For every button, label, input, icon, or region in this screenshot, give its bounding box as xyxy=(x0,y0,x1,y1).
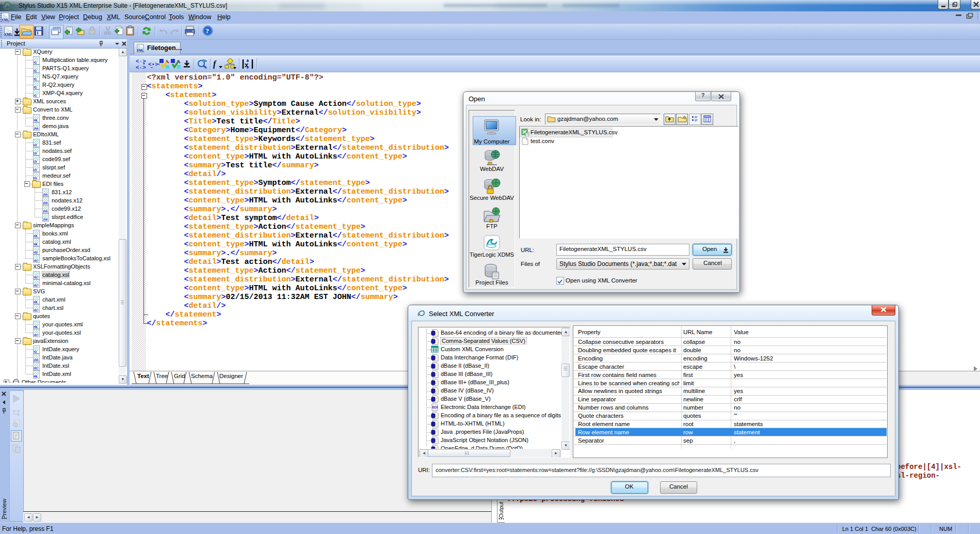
svg-text:XML: XML xyxy=(137,49,144,52)
svg-text:f: f xyxy=(213,59,217,69)
svg-text:<·>: <·> xyxy=(136,65,146,70)
svg-text:XML: XML xyxy=(4,32,13,37)
svg-text:<•><: <•>< xyxy=(148,61,159,68)
svg-text:XML: XML xyxy=(2,18,10,22)
svg-text:EDI: EDI xyxy=(432,405,438,409)
svg-text:?: ? xyxy=(206,27,210,35)
